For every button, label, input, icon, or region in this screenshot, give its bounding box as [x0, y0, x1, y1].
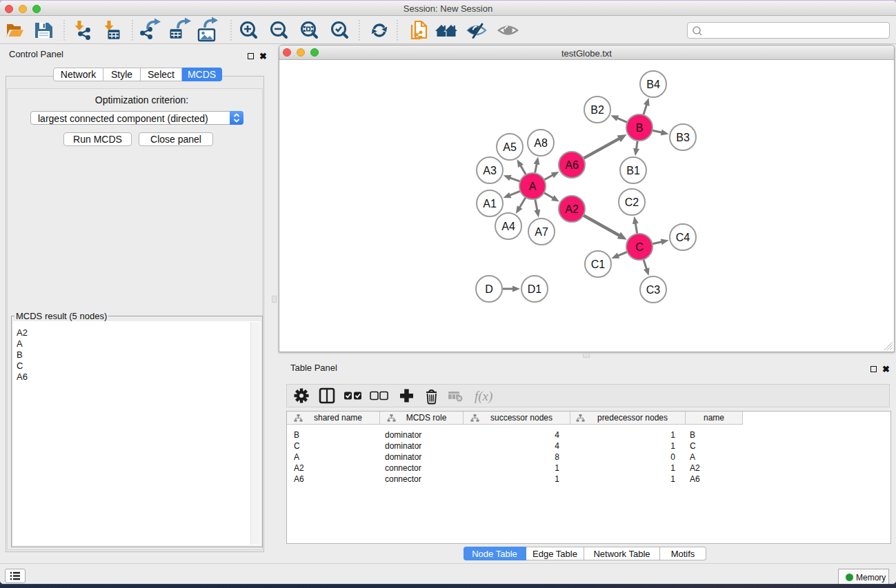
svg-text:A7: A7	[535, 226, 548, 238]
svg-text:A2: A2	[565, 203, 579, 215]
svg-text:A4: A4	[501, 221, 515, 232]
svg-text:A: A	[529, 181, 537, 192]
svg-text:f(x): f(x)	[475, 389, 492, 404]
svg-text:B2: B2	[590, 104, 604, 116]
svg-text:A1: A1	[483, 198, 497, 210]
svg-text:C3: C3	[646, 284, 661, 296]
svg-text:D: D	[485, 283, 493, 295]
svg-text:B1: B1	[626, 165, 640, 176]
svg-text:A5: A5	[503, 141, 517, 153]
svg-text:C4: C4	[676, 232, 690, 243]
svg-text:C: C	[635, 241, 644, 253]
svg-text:D1: D1	[528, 283, 542, 295]
svg-text:A6: A6	[565, 159, 579, 171]
svg-text:B3: B3	[676, 132, 690, 143]
svg-text:A3: A3	[483, 165, 497, 176]
svg-text:A8: A8	[534, 137, 548, 149]
svg-text:C1: C1	[591, 258, 606, 270]
svg-text:B: B	[636, 122, 644, 134]
svg-text:C2: C2	[625, 196, 639, 208]
svg-text:B4: B4	[646, 79, 660, 90]
